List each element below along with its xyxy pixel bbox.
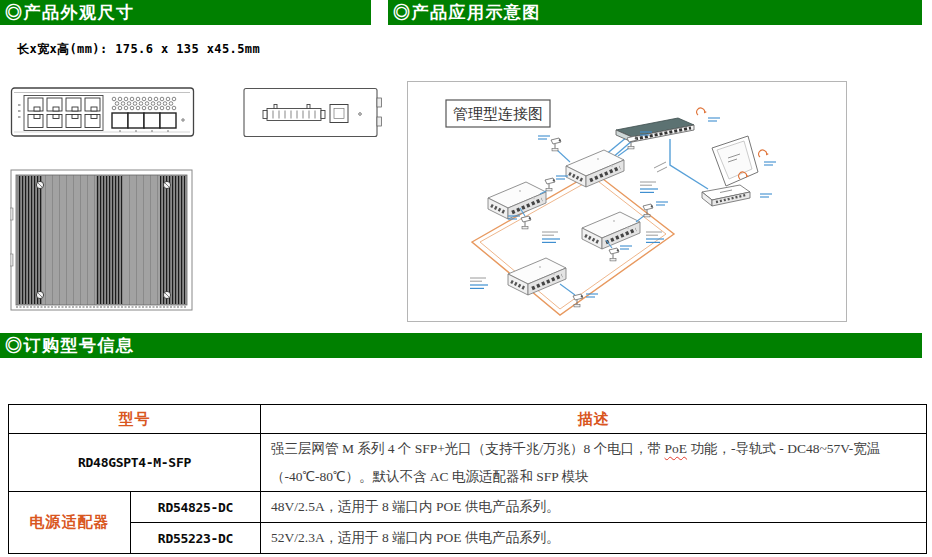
ordering-table: 型号 描述 RD48GSPT4-M-SFP 强三层网管 M 系列 4 个 SFP… bbox=[8, 404, 927, 554]
description-text: 强三层网管 M 系列 4 个 SFP+光口（支持千兆/万兆）8 个电口，带 bbox=[271, 441, 665, 456]
industrial-switch-a bbox=[566, 150, 624, 187]
camera-icon bbox=[521, 216, 531, 229]
section-title-ordering: ◎订购型号信息 bbox=[0, 333, 922, 358]
management-terminal-illustration bbox=[712, 136, 758, 194]
application-diagram-frame: 管理型连接图 bbox=[407, 81, 847, 322]
description-rd48gspt4: 强三层网管 M 系列 4 个 SFP+光口（支持千兆/万兆）8 个电口，带 Po… bbox=[261, 434, 927, 492]
product-top-view-illustration bbox=[10, 168, 195, 313]
description-rd55223: 52V/2.3A，适用于 8 端口内 POE 供电产品系列。 bbox=[261, 523, 927, 554]
rj45-port-block bbox=[24, 96, 103, 131]
industrial-switch-b bbox=[488, 182, 546, 219]
model-rd48gspt4: RD48GSPT4-M-SFP bbox=[9, 434, 261, 492]
product-front-view-illustration bbox=[10, 84, 200, 142]
table-header-row: 型号 描述 bbox=[9, 405, 927, 434]
model-rd55223: RD55223-DC bbox=[131, 523, 261, 554]
industrial-switch-c bbox=[582, 212, 640, 249]
application-diagram: 管理型连接图 bbox=[408, 82, 846, 321]
group-power-adapter: 电源适配器 bbox=[9, 492, 131, 554]
camera-icon bbox=[545, 178, 555, 191]
camera-icon bbox=[551, 138, 561, 151]
sfp-slots bbox=[112, 113, 176, 128]
poe-spellcheck-word: PoE bbox=[665, 441, 688, 456]
description-rd54825: 48V/2.5A，适用于 8 端口内 POE 供电产品系列。 bbox=[261, 492, 927, 523]
dimensions-label: 长x宽x高(mm): 175.6 x 135 x45.5mm bbox=[17, 41, 260, 58]
column-header-model: 型号 bbox=[9, 405, 261, 434]
din-clip bbox=[377, 98, 382, 107]
column-header-description: 描述 bbox=[261, 405, 927, 434]
product-side-view-illustration bbox=[243, 85, 385, 141]
heatsink-fins bbox=[18, 176, 42, 304]
section-title-application: ◎产品应用示意图 bbox=[388, 0, 922, 25]
diagram-title-box: 管理型连接图 bbox=[446, 100, 550, 127]
table-row: RD55223-DC 52V/2.3A，适用于 8 端口内 POE 供电产品系列… bbox=[9, 523, 927, 554]
industrial-switch-d bbox=[508, 258, 566, 295]
diagram-title: 管理型连接图 bbox=[453, 105, 543, 122]
camera-icon bbox=[609, 248, 619, 261]
poe-box-illustration bbox=[702, 185, 750, 206]
line-label bbox=[654, 162, 667, 172]
section-title-appearance: ◎产品外观尺寸 bbox=[0, 0, 371, 25]
model-rd54825: RD54825-DC bbox=[131, 492, 261, 523]
console-port bbox=[330, 105, 348, 123]
camera-icon bbox=[627, 136, 637, 149]
table-row: RD48GSPT4-M-SFP 强三层网管 M 系列 4 个 SFP+光口（支持… bbox=[9, 434, 927, 492]
table-row: 电源适配器 RD54825-DC 48V/2.5A，适用于 8 端口内 POE … bbox=[9, 492, 927, 523]
